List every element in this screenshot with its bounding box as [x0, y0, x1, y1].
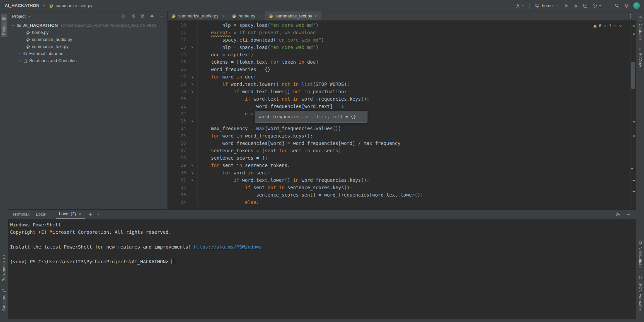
code-text[interactable]: doc = nlp(text) [197, 51, 630, 58]
close-icon[interactable] [258, 14, 261, 18]
terminal-tab-local[interactable]: Local [33, 210, 56, 219]
tree-item-external-libraries[interactable]: External Libraries [8, 50, 167, 57]
inspections-widget[interactable]: 6 1 [593, 22, 622, 30]
line-number[interactable]: 30 [168, 169, 187, 176]
hide-panel-button[interactable] [159, 13, 164, 19]
tool-button-json-formatter[interactable]: JSON Formatter [637, 273, 643, 313]
tree-item-home-py[interactable]: home.py [8, 29, 167, 36]
code-line[interactable]: 25 for word in word_frequencies.keys(): [168, 132, 630, 140]
line-number[interactable]: 18 [168, 80, 187, 88]
tool-button-structure[interactable]: Structure [1, 286, 7, 313]
terminal-tab-local-2[interactable]: Local (2) [56, 210, 86, 219]
expand-all-button[interactable] [131, 13, 136, 19]
warning-stripe-mark[interactable] [633, 191, 635, 192]
code-line[interactable]: 22 else [168, 110, 630, 117]
code-text[interactable]: word_frequencies[word.text] = 1 [197, 103, 630, 110]
tool-button-sciview[interactable]: SciView [637, 44, 643, 69]
chevron-right-icon[interactable] [17, 59, 21, 62]
editor-code[interactable]: 10 nlp = spacy.load("en_core_web_md")11 … [168, 21, 630, 209]
code-text[interactable]: for word in sent: [197, 169, 630, 176]
code-text[interactable]: sentence_scores[sent] = word_frequencies… [197, 191, 630, 199]
code-text[interactable]: if word.text.lower() not in punctuation: [197, 88, 630, 95]
code-text[interactable]: max_frequency = max(word_frequencies.val… [197, 125, 630, 132]
fold-arrow-icon[interactable]: ∨ [187, 80, 197, 88]
code-line[interactable]: 13∨ nlp = spacy.load("en_core_web_md") [168, 44, 630, 51]
line-number[interactable]: 27 [168, 147, 187, 154]
code-line[interactable]: 21 word_frequencies[word.text] = 1 [168, 103, 630, 110]
line-number[interactable]: 10 [168, 21, 187, 29]
code-line[interactable]: 31∨ if word.text.lower() in word_frequen… [168, 176, 630, 184]
code-line[interactable]: 24 max_frequency = max(word_frequencies.… [168, 125, 630, 132]
code-line[interactable]: 32 if sent not in sentence_scores.keys()… [168, 184, 630, 191]
code-line[interactable]: 17∨ for word in doc: [168, 73, 630, 80]
code-line[interactable]: 20 if word.text not in word_frequencies.… [168, 95, 630, 103]
code-text[interactable]: word_frequencies = {} [197, 66, 630, 73]
close-icon[interactable] [221, 14, 225, 18]
line-number[interactable]: 24 [168, 125, 187, 132]
new-terminal-button[interactable] [88, 212, 93, 217]
tool-button-notifications[interactable]: Notifications [637, 238, 643, 270]
project-panel-title[interactable]: Project [12, 14, 26, 19]
terminal-settings-button[interactable] [615, 212, 621, 217]
kebab-menu-icon[interactable] [360, 115, 364, 119]
tree-item-summarize-audio-py[interactable]: summarize_audio.py [8, 36, 167, 43]
editor-tab-summarize-audio[interactable]: summarize_audio.py [168, 11, 228, 20]
fold-arrow-icon[interactable]: ∨ [187, 117, 197, 125]
settings-button[interactable] [624, 3, 629, 8]
pswindows-link[interactable]: https://aka.ms/PSWindows [194, 244, 262, 250]
coverage-button[interactable] [583, 3, 588, 8]
line-number[interactable]: 29 [168, 162, 187, 169]
code-text[interactable]: for sent in sentence_tokens: [197, 162, 630, 169]
profile-avatar[interactable] [633, 2, 640, 9]
code-text[interactable]: tokens = [token.text for token in doc] [197, 58, 630, 66]
code-line[interactable]: 34 else: [168, 199, 630, 206]
terminal-output[interactable]: Windows PowerShell Copyright (C) Microso… [8, 219, 636, 319]
code-text[interactable]: else: [197, 199, 630, 206]
code-text[interactable]: except: # If not present, we download [197, 29, 630, 36]
fold-arrow-icon[interactable]: ∨ [187, 176, 197, 184]
code-text[interactable]: if word.text.lower() not in list(STOP_WO… [197, 80, 630, 88]
panel-options-button[interactable] [149, 13, 155, 19]
code-text[interactable]: for word in doc: [197, 73, 630, 80]
line-number[interactable]: 31 [168, 176, 187, 184]
collapse-all-button[interactable] [140, 13, 145, 19]
search-everywhere-button[interactable] [614, 3, 620, 8]
code-text[interactable]: word_frequencies[word] = word_frequencie… [197, 140, 630, 147]
line-number[interactable]: 23 [168, 117, 187, 125]
run-configuration-selector[interactable]: home [534, 2, 560, 9]
line-number[interactable]: 22 [168, 110, 187, 117]
code-text[interactable]: if sent not in sentence_scores.keys(): [197, 184, 630, 191]
line-number[interactable]: 15 [168, 58, 187, 66]
line-number[interactable]: 26 [168, 140, 187, 147]
code-text[interactable]: nlp = spacy.load("en_core_web_md") [197, 44, 630, 51]
breadcrumb-file[interactable]: summarize_text.py [49, 3, 92, 8]
code-with-me-button[interactable] [515, 3, 525, 8]
code-line[interactable]: 12 spacy.cli.download("en_core_web_md") [168, 36, 630, 44]
editor-scrollbar[interactable] [630, 21, 636, 209]
line-number[interactable]: 21 [168, 103, 187, 110]
code-line[interactable]: 27 sentence_tokens = [sent for sent in d… [168, 147, 630, 154]
editor-tab-summarize-text[interactable]: summarize_text.py [265, 11, 322, 20]
line-number[interactable]: 25 [168, 132, 187, 140]
code-line[interactable]: 15 tokens = [token.text for token in doc… [168, 58, 630, 66]
line-number[interactable]: 28 [168, 154, 187, 162]
code-line[interactable]: 29∨ for sent in sentence_tokens: [168, 162, 630, 169]
locate-file-button[interactable] [121, 13, 127, 19]
code-line[interactable]: 23∨ [168, 117, 630, 125]
code-text[interactable]: spacy.cli.download("en_core_web_md") [197, 36, 630, 44]
code-line[interactable]: 10 nlp = spacy.load("en_core_web_md") [168, 21, 630, 29]
warning-stripe-mark[interactable] [633, 34, 635, 35]
warning-stripe-mark[interactable] [633, 180, 635, 181]
editor-tab-home[interactable]: home.py [228, 11, 265, 20]
hide-terminal-button[interactable] [626, 212, 631, 217]
run-button[interactable] [564, 3, 569, 8]
tool-button-bookmarks[interactable]: Bookmarks [1, 253, 7, 283]
prev-issue-icon[interactable] [613, 24, 617, 28]
tree-item-root[interactable]: AI_HACKATHON C:\Users\user123\PycharmPro… [8, 22, 167, 29]
code-line[interactable]: 28 sentence_scores = {} [168, 154, 630, 162]
fold-arrow-icon[interactable]: ∨ [187, 44, 197, 51]
tree-item-summarize-text-py[interactable]: summarize_text.py [8, 43, 167, 50]
close-icon[interactable] [78, 212, 82, 216]
line-number[interactable]: 13 [168, 44, 187, 51]
code-line[interactable]: 11 except: # If not present, we download [168, 29, 630, 36]
